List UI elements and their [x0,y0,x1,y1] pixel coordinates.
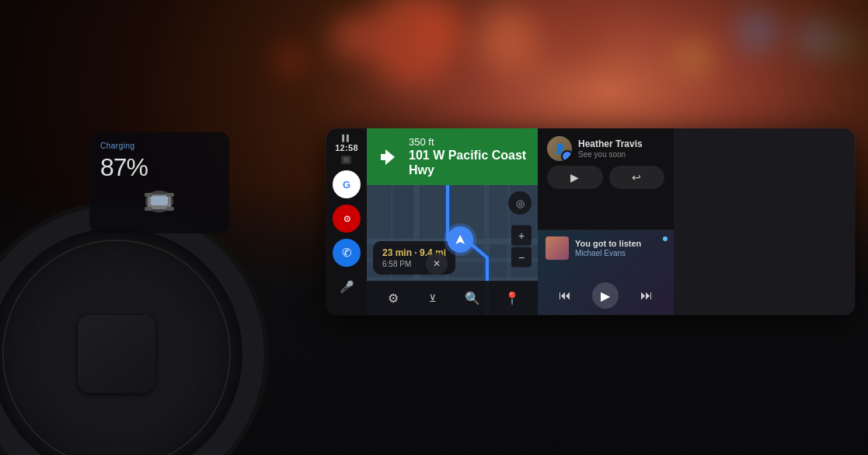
instrument-cluster: Charging 87% [89,132,229,233]
nav-distance: 350 ft [409,136,528,148]
android-auto-display: ▌▌ 12:58 ⊙ G ⊙ ✆ 🎤 ⊞ [326,128,855,315]
svg-marker-24 [455,235,465,244]
music-header: You got to listen Michael Evans [546,236,666,260]
svg-rect-2 [151,196,168,205]
svg-marker-7 [381,149,395,165]
aa-nav-icons: G ⊙ ✆ 🎤 ⊞ [333,170,361,315]
aa-status-bar: ▌▌ 12:58 ⊙ [335,135,358,164]
contact-name: Heather Travis [578,138,664,149]
nav-arrow-icon [376,145,401,170]
zoom-in-btn[interactable]: + [511,225,532,245]
pin-icon: 📍 [504,291,520,306]
maps-icon-btn[interactable]: G [333,170,361,198]
nav-arrow-marker [447,226,473,253]
filter-icon: ⊻ [429,292,437,304]
car-display [100,188,218,215]
battery-percent: 87% [100,153,218,182]
cancel-route-btn[interactable]: ✕ [426,253,448,275]
aa-sidebar: ▌▌ 12:58 ⊙ G ⊙ ✆ 🎤 ⊞ [326,128,367,315]
search-btn[interactable]: 🔍 [460,285,485,310]
music-info: You got to listen Michael Evans [575,238,666,257]
aa-time: 12:58 [335,143,358,152]
music-card: You got to listen Michael Evans ⏮ ▶ ⏭ [538,230,674,316]
signal-icon: ▌▌ [342,135,350,142]
contact-actions: ▶ ↩ [547,166,664,189]
phone-icon-btn[interactable]: ✆ [333,239,361,267]
nav-street: 101 W Pacific Coast Hwy [409,148,528,177]
contact-avatar: 👤 [547,136,572,161]
contact-header: 👤 Heather Travis See you soon [547,136,664,161]
music-artist: Michael Evans [575,249,666,257]
prev-track-btn[interactable]: ⏮ [553,284,577,307]
avatar-initials: 👤 [554,143,566,154]
zoom-out-btn[interactable]: − [511,247,532,267]
svg-rect-5 [145,193,152,197]
search-icon: 🔍 [465,291,480,306]
next-track-btn[interactable]: ⏭ [635,284,658,307]
destination-btn[interactable]: 📍 [500,285,525,310]
svg-rect-3 [145,207,152,211]
battery-icon: ⊙ [341,156,351,164]
filter-btn[interactable]: ⊻ [420,285,445,310]
reply-icon: ↩ [632,171,641,184]
settings-icon: ⚙ [388,291,399,306]
music-controls: ⏮ ▶ ⏭ [546,282,666,309]
next-icon: ⏭ [640,289,653,303]
cancel-icon: ✕ [433,258,441,269]
nav-map-preview: 23 min · 9.4 mi 6:58 PM ✕ ◎ + − [367,185,538,315]
charging-label: Charging [100,142,218,150]
nav-distance-block: 350 ft 101 W Pacific Coast Hwy [409,136,528,177]
prev-icon: ⏮ [559,289,571,303]
play-pause-icon: ▶ [601,289,610,303]
svg-rect-6 [166,193,174,197]
play-icon: ▶ [570,171,579,184]
apps-icon-btn[interactable]: ⊞ [333,307,361,315]
nav-instruction: 350 ft 101 W Pacific Coast Hwy [367,128,538,185]
aa-right-panels: 👤 Heather Travis See you soon ▶ ↩ [538,128,674,315]
map-toolbar: ⚙ ⊻ 🔍 📍 [367,281,538,315]
contact-info: Heather Travis See you soon [578,138,664,158]
music-content: You got to listen Michael Evans ⏮ ▶ ⏭ [538,230,674,316]
minus-icon: − [518,250,525,263]
music-album-art [546,236,569,260]
contact-status: See you soon [578,150,664,159]
settings-btn[interactable]: ⚙ [381,285,406,310]
music-title: You got to listen [575,238,666,249]
aa-nav-panel: 350 ft 101 W Pacific Coast Hwy [367,128,538,315]
svg-rect-17 [367,185,389,236]
podcast-icon-btn[interactable]: ⊙ [333,205,361,233]
car-icon [132,188,186,215]
play-message-btn[interactable]: ▶ [547,166,603,189]
mic-icon-btn[interactable]: 🎤 [333,273,361,301]
svg-rect-18 [421,185,443,236]
contact-card: 👤 Heather Travis See you soon ▶ ↩ [538,128,674,230]
location-icon: ◎ [516,198,525,209]
svg-rect-20 [491,185,505,236]
play-pause-btn[interactable]: ▶ [592,282,619,309]
plus-icon: + [518,229,525,241]
map-zoom-controls: + − [511,225,532,267]
reply-btn[interactable]: ↩ [609,166,665,189]
svg-rect-4 [166,207,174,211]
nav-position-marker [447,226,473,253]
